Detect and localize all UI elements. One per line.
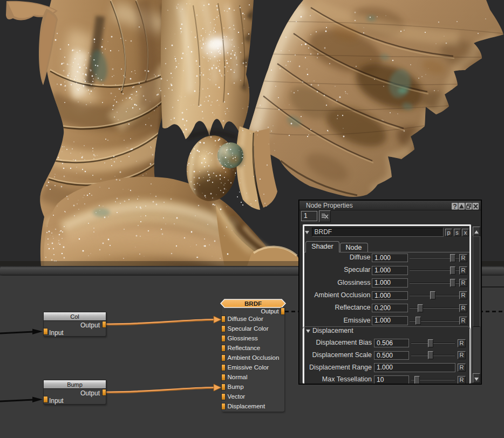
svg-text:?: ?: [453, 203, 457, 210]
svg-text:BRDF: BRDF: [244, 300, 262, 306]
